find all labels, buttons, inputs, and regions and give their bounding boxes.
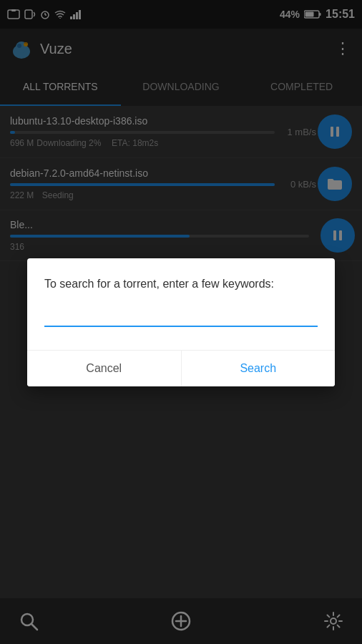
search-keyword-input[interactable] — [44, 307, 318, 327]
overlay: To search for a torrent, enter a few key… — [0, 0, 362, 644]
dialog-buttons: Cancel Search — [27, 350, 335, 386]
search-button[interactable]: Search — [182, 351, 336, 386]
dialog-body: To search for a torrent, enter a few key… — [27, 258, 335, 338]
cancel-button[interactable]: Cancel — [27, 351, 182, 386]
search-dialog: To search for a torrent, enter a few key… — [27, 258, 335, 386]
dialog-message: To search for a torrent, enter a few key… — [44, 275, 318, 293]
